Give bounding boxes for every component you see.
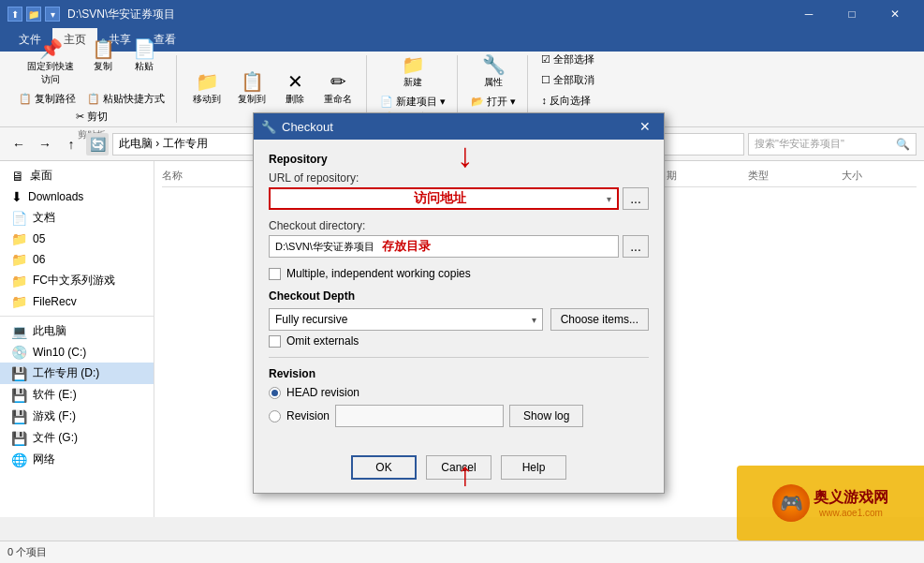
delete-label: 删除 (286, 93, 304, 106)
paste-icon: 📄 (133, 39, 156, 58)
checkout-dir-input[interactable]: D:\SVN\华安证券项目 存放目录 (269, 235, 619, 258)
desktop-icon: 🖥 (11, 169, 24, 184)
depth-dropdown[interactable]: Fully recursive ▾ (269, 308, 543, 331)
sidebar-item-c[interactable]: 💿 Win10 (C:) (0, 342, 154, 363)
paste-shortcut-button[interactable]: 📋 粘贴快捷方式 (83, 91, 169, 107)
drive-f-icon: 💾 (11, 409, 27, 424)
watermark-main-text: 奥义游戏网 (814, 488, 888, 508)
select-none-button[interactable]: ☐ 全部取消 (537, 70, 598, 91)
revision-label: Revision (286, 409, 330, 422)
ribbon-group-quickaccess: 📌 固定到快速访问 📋 复制 📄 粘贴 📋 复制路径 📋 粘贴快捷方式 ✂ 剪切 (7, 55, 177, 123)
sidebar-item-documents[interactable]: 📄 文档 (0, 207, 154, 229)
move-to-button[interactable]: 📁 移动到 (186, 69, 227, 109)
checkout-dir-input-row: D:\SVN\华安证券项目 存放目录 ... (269, 235, 649, 258)
new-folder-button[interactable]: 📁 新建 (394, 52, 432, 92)
copy-path-button[interactable]: 📋 复制路径 (15, 91, 80, 107)
title-bar: ⬆ 📁 ▾ D:\SVN\华安证券项目 ─ □ ✕ (0, 0, 924, 28)
dialog-title: Checkout (282, 120, 634, 134)
rename-label: 重命名 (324, 93, 352, 106)
properties-icon: 🔧 (482, 55, 506, 74)
revision-row: Revision Show log (269, 405, 649, 427)
close-button[interactable]: ✕ (873, 0, 917, 28)
head-revision-row: HEAD revision (269, 386, 649, 399)
quickaccess-buttons: 📌 固定到快速访问 📋 复制 📄 粘贴 (21, 37, 163, 89)
drive-g-icon: 💾 (11, 431, 27, 446)
delete-button[interactable]: ✕ 删除 (276, 69, 314, 109)
multiple-copies-checkbox[interactable] (269, 268, 281, 280)
status-bar: 0 个项目 (0, 541, 924, 563)
watermark-sub-text: www.aoe1.com (814, 508, 888, 518)
col-size: 大小 (842, 169, 917, 183)
paste-button[interactable]: 📄 粘贴 (125, 37, 163, 89)
help-button[interactable]: Help (501, 455, 566, 480)
sidebar-item-06[interactable]: 📁 06 (0, 249, 154, 270)
documents-icon: 📄 (11, 211, 27, 226)
revision-radio[interactable] (269, 410, 281, 422)
folder-06-icon: 📁 (11, 252, 27, 267)
revision-section-label: Revision (269, 367, 649, 380)
drive-d-icon: 💾 (11, 366, 27, 381)
search-box[interactable]: 搜索"华安证券项目" 🔍 (748, 133, 917, 156)
invert-selection-button[interactable]: ↕ 反向选择 (537, 91, 598, 111)
cut-button[interactable]: ✂ 剪切 (72, 109, 111, 125)
rename-button[interactable]: ✏ 重命名 (317, 69, 359, 109)
copy-button[interactable]: 📋 复制 (84, 37, 122, 89)
choose-items-button[interactable]: Choose items... (550, 308, 649, 331)
sidebar-item-d[interactable]: 💾 工作专用 (D:) (0, 363, 154, 384)
sidebar-item-05[interactable]: 📁 05 (0, 229, 154, 249)
new-item-button[interactable]: 📄 新建项目 ▾ (376, 94, 449, 110)
move-label: 移动到 (193, 93, 221, 106)
organize-buttons: 📁 移动到 📋 复制到 ✕ 删除 ✏ 重命名 (186, 69, 359, 109)
sidebar-item-f[interactable]: 💾 游戏 (F:) (0, 406, 154, 427)
copy-icon: 📋 (92, 39, 115, 58)
title-icons: ⬆ 📁 ▾ (7, 7, 60, 22)
sidebar: 🖥 桌面 ⬇ Downloads 📄 文档 📁 05 📁 06 📁 FC中文系列… (0, 161, 154, 517)
checkout-dir-section: Checkout directory: D:\SVN\华安证券项目 存放目录 .… (269, 219, 649, 258)
folder-fc-icon: 📁 (11, 274, 27, 289)
url-browse-button[interactable]: ... (623, 187, 649, 210)
sidebar-item-desktop[interactable]: 🖥 桌面 (0, 165, 154, 186)
copy-to-icon: 📋 (241, 72, 264, 91)
depth-section: Checkout Depth Fully recursive ▾ Choose … (269, 289, 649, 331)
url-input-row: 访问地址 ▾ ... (269, 187, 649, 210)
rename-icon: ✏ (330, 72, 346, 91)
pin-quickaccess-button[interactable]: 📌 固定到快速访问 (21, 37, 81, 89)
head-revision-radio[interactable] (269, 387, 281, 399)
watermark-text-block: 奥义游戏网 www.aoe1.com (814, 488, 888, 518)
forward-button[interactable]: → (34, 133, 56, 156)
properties-button[interactable]: 🔧 属性 (475, 52, 512, 92)
show-log-button[interactable]: Show log (509, 405, 583, 427)
sidebar-item-fc[interactable]: 📁 FC中文系列游戏 (0, 270, 154, 291)
revision-input[interactable] (335, 405, 504, 427)
minimize-button[interactable]: ─ (787, 0, 830, 28)
copy-to-button[interactable]: 📋 复制到 (231, 69, 272, 109)
sidebar-item-downloads[interactable]: ⬇ Downloads (0, 186, 154, 207)
downloads-icon: ⬇ (11, 189, 22, 204)
watermark: 🎮 奥义游戏网 www.aoe1.com (737, 466, 924, 541)
depth-dropdown-arrow-icon: ▾ (532, 315, 536, 325)
sidebar-item-g[interactable]: 💾 文件 (G:) (0, 427, 154, 449)
multiple-copies-row: Multiple, independent working copies (269, 267, 649, 280)
url-input[interactable]: 访问地址 ▾ (269, 187, 619, 210)
refresh-button[interactable]: 🔄 (86, 133, 109, 156)
search-icon: 🔍 (896, 138, 910, 151)
maximize-button[interactable]: □ (830, 0, 873, 28)
open-button[interactable]: 📂 打开 ▾ (467, 94, 520, 110)
dialog-close-button[interactable]: ✕ (634, 116, 656, 137)
back-button[interactable]: ← (7, 133, 30, 156)
dropdown-arrow-icon: ▾ (607, 194, 611, 204)
ok-button[interactable]: OK (351, 455, 417, 480)
sidebar-item-filerecv[interactable]: 📁 FileRecv (0, 291, 154, 312)
depth-row: Fully recursive ▾ Choose items... (269, 308, 649, 331)
sidebar-item-e[interactable]: 💾 软件 (E:) (0, 384, 154, 406)
sidebar-item-thispc[interactable]: 💻 此电脑 (0, 320, 154, 342)
title-icon-1: ⬆ (7, 7, 22, 22)
new-folder-icon: 📁 (402, 55, 425, 74)
omit-externals-checkbox[interactable] (269, 335, 281, 348)
up-button[interactable]: ↑ (60, 133, 82, 156)
watermark-content: 🎮 奥义游戏网 www.aoe1.com (772, 484, 888, 522)
dialog-titlebar-icon: 🔧 (261, 120, 276, 134)
select-all-button[interactable]: ☑ 全部选择 (537, 50, 598, 70)
sidebar-item-network[interactable]: 🌐 网络 (0, 449, 154, 470)
dir-browse-button[interactable]: ... (623, 235, 649, 258)
